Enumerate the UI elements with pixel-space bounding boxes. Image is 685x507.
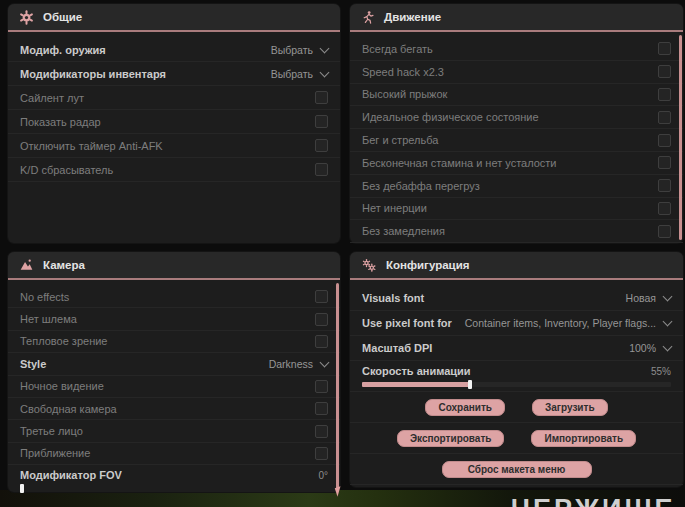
checkbox[interactable] [315,447,328,460]
panel-configuration: Конфигурация Visuals font Новая Use pixe… [350,252,683,487]
chevron-down-icon [320,43,330,53]
chevron-down-icon [663,317,673,327]
checkbox[interactable] [315,335,328,348]
load-button[interactable]: Загрузить [532,399,608,416]
toggle-row-no-helmet[interactable]: Нет шлема [8,308,340,330]
toggle-row-no-effects[interactable]: No effects [8,286,340,308]
checkbox[interactable] [658,179,671,192]
weapon-mod-row: Модиф. оружия Выбрать [8,38,340,62]
slider-fill [362,382,470,387]
image-mountain-icon [19,258,34,272]
gear-icon [19,10,34,25]
watermark-text: ЧЕРЖИШЕ [511,494,676,507]
cheat-menu-overlay: ЧЕРЖИШЕ Общие [0,0,685,507]
pixel-font-row: Use pixel font for Container items, Inve… [350,311,683,336]
checkbox[interactable] [315,290,328,303]
checkbox[interactable] [315,425,328,438]
panel-general-header[interactable]: Общие [8,4,340,32]
save-button[interactable]: Сохранить [425,399,505,416]
toggle-row-perfect-condition[interactable]: Идеальное физическое состояние [350,106,683,129]
panel-configuration-header[interactable]: Конфигурация [350,252,683,280]
toggle-row-night-vision[interactable]: Ночное видение [8,376,340,398]
toggle-row-free-camera[interactable]: Свободная камера [8,398,340,420]
checkbox[interactable] [315,91,328,104]
checkbox[interactable] [658,88,671,101]
slider-handle[interactable] [468,380,472,389]
checkbox[interactable] [315,380,328,393]
style-dropdown[interactable]: Darkness [269,358,328,370]
style-row: Style Darkness [8,353,340,375]
toggle-row-infinite-stamina[interactable]: Бесконечная стамина и нет усталости [350,152,683,175]
visuals-font-dropdown[interactable]: Новая [626,292,671,304]
toggle-row-no-slowdown[interactable]: Без замедления [350,220,683,243]
import-button[interactable]: Импортировать [531,430,636,447]
checkbox[interactable] [658,156,671,169]
panel-title: Конфигурация [386,259,469,271]
visuals-font-row: Visuals font Новая [350,286,683,311]
row-label: Сайлент лут [20,92,84,104]
chevron-down-icon [663,342,673,352]
toggle-row-run-and-shoot[interactable]: Бег и стрельба [350,129,683,152]
panel-title: Общие [43,11,82,23]
animation-speed-block: Скорость анимации 55% [350,361,683,392]
fov-value: 0° [318,470,328,481]
checkbox[interactable] [315,163,328,176]
toggle-row-no-inertia[interactable]: Нет инерции [350,198,683,221]
panel-general: Общие Модиф. оружия Выбрать Модификаторы… [8,4,340,243]
panel-camera: Камера No effects Нет шлема Тепловое зре… [8,252,340,492]
panel-title: Камера [43,259,85,271]
checkbox[interactable] [315,402,328,415]
panel-camera-header[interactable]: Камера [8,252,340,280]
toggle-row-thermal-vision[interactable]: Тепловое зрение [8,331,340,353]
toggle-row-silent-loot[interactable]: Сайлент лут [8,86,340,110]
checkbox[interactable] [658,134,671,147]
dpi-scale-dropdown[interactable]: 100% [629,342,671,354]
checkbox[interactable] [658,42,671,55]
toggle-row-show-radar[interactable]: Показать радар [8,110,340,134]
fov-modifier-block: Модификатор FOV 0° [8,465,340,491]
export-button[interactable]: Экспортировать [397,430,505,447]
chevron-down-icon [663,292,673,302]
slider-handle[interactable] [20,484,24,493]
checkbox[interactable] [658,111,671,124]
toggle-row-anti-afk[interactable]: Отключить таймер Anti-AFK [8,134,340,158]
panel-movement-header[interactable]: Движение [350,4,683,32]
panel-movement: Движение Всегда бегать Speed hack x2.3 В… [350,4,683,243]
weapon-mod-dropdown[interactable]: Выбрать [271,44,328,56]
toggle-row-high-jump[interactable]: Высокий прыжок [350,84,683,107]
export-import-row: Экспортировать Импортировать [350,423,683,454]
row-label: Модиф. оружия [20,44,106,56]
runner-icon [361,10,375,25]
reset-menu-layout-button[interactable]: Сброс макета меню [442,461,592,478]
pixel-font-dropdown[interactable]: Container items, Inventory, Player flags… [465,317,671,329]
gears-icon [361,258,377,273]
toggle-row-speed-hack[interactable]: Speed hack x2.3 [350,61,683,84]
toggle-row-third-person[interactable]: Третье лицо [8,420,340,442]
row-label: Отключить таймер Anti-AFK [20,140,163,152]
toggle-row-no-overload-debuff[interactable]: Без дебаффа перегруз [350,175,683,198]
animation-speed-value: 55% [651,366,671,377]
reset-layout-row: Сброс макета меню [350,454,683,485]
dpi-scale-row: Масштаб DPI 100% [350,336,683,361]
toggle-row-kd-reset[interactable]: K/D сбрасыватель [8,158,340,182]
chevron-down-icon [320,67,330,77]
chevron-down-icon [320,357,330,367]
toggle-row-zoom[interactable]: Приближение [8,443,340,465]
scrollbar[interactable] [679,35,682,240]
scrollbar[interactable] [336,283,339,489]
row-label: Модификаторы инвентаря [20,68,166,80]
checkbox[interactable] [315,313,328,326]
checkbox[interactable] [658,65,671,78]
checkbox[interactable] [658,225,671,238]
checkbox[interactable] [315,139,328,152]
toggle-row-always-run[interactable]: Всегда бегать [350,38,683,61]
inventory-mod-row: Модификаторы инвентаря Выбрать [8,62,340,86]
animation-speed-slider[interactable] [362,382,671,387]
inventory-mod-dropdown[interactable]: Выбрать [271,68,328,80]
row-label: Показать радар [20,116,101,128]
checkbox[interactable] [315,115,328,128]
fov-slider[interactable] [20,486,328,491]
panel-title: Движение [384,11,441,23]
checkbox[interactable] [658,202,671,215]
row-label: K/D сбрасыватель [20,164,113,176]
